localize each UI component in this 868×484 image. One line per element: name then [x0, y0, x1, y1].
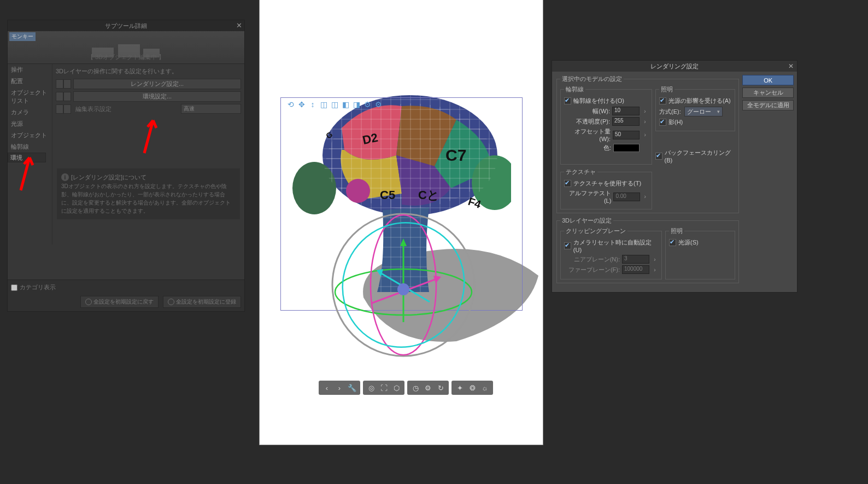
- ok-button[interactable]: OK: [742, 75, 794, 85]
- svg-marker-21: [433, 276, 441, 283]
- svg-marker-23: [377, 269, 383, 277]
- cat-light[interactable]: 光源: [8, 118, 52, 130]
- light-s-checkbox[interactable]: 光源(S): [669, 238, 731, 247]
- width-input[interactable]: 10: [612, 107, 640, 115]
- cat-objlist[interactable]: オブジェクトリスト: [8, 87, 52, 107]
- layer-settings-legend: 3Dレイヤーの設定: [560, 217, 613, 225]
- cube-icon[interactable]: ◫: [330, 100, 339, 109]
- alphatest-input[interactable]: 0.00: [613, 193, 640, 201]
- width-label: 幅(W):: [593, 107, 610, 115]
- cancel-button[interactable]: キャンセル: [742, 88, 794, 98]
- light-enable-checkbox[interactable]: 光源の影響を受ける(A): [659, 97, 731, 105]
- chevron-right-icon[interactable]: ›: [652, 255, 658, 264]
- camera-icon[interactable]: ◎: [366, 382, 377, 393]
- cat-outline[interactable]: 輪郭線: [8, 141, 52, 153]
- close-icon[interactable]: ✕: [788, 62, 794, 70]
- method-label: 方式(E):: [659, 108, 681, 116]
- opacity-input[interactable]: 255: [612, 117, 640, 126]
- layer-settings-group: 3Dレイヤーの設定 クリッピングプレーン カメラリセット時に自動設定(U) ニア…: [556, 217, 739, 283]
- method-select[interactable]: グーロー▾: [684, 107, 723, 116]
- rotate-icon[interactable]: ⟲: [286, 100, 296, 109]
- toggle-icon[interactable]: [63, 92, 71, 101]
- cat-haichi[interactable]: 配置: [8, 75, 52, 87]
- cat-object[interactable]: オブジェクト: [8, 130, 52, 141]
- help-body: 3Dオブジェクトの表示のされ方を設定します。テクスチャの色や陰影、輪郭線がおかし…: [61, 182, 236, 215]
- dialog-title: レンダリング設定: [650, 62, 699, 71]
- svg-point-24: [397, 283, 409, 295]
- help-title: [レンダリング設定]について: [71, 173, 146, 182]
- env-settings-button[interactable]: 環境設定...: [73, 91, 241, 102]
- color-swatch[interactable]: [613, 144, 640, 152]
- fit-icon[interactable]: ⛶: [378, 382, 389, 393]
- gear-icon[interactable]: ⚙: [423, 382, 433, 393]
- chevron-down-icon: ▾: [717, 109, 720, 114]
- light-icon[interactable]: ☼: [479, 382, 490, 393]
- bottom-toolbar: ‹ › 🔧 ◎ ⛶ ⬡ ◷ ⚙ ↻ ✦ ❂ ☼: [319, 381, 493, 395]
- loop-icon[interactable]: ↻: [435, 382, 446, 393]
- gear-icon[interactable]: ⚙: [373, 100, 383, 109]
- clipping-group: クリッピングプレーン カメラリセット時に自動設定(U) ニアプレーン(N): 3…: [560, 227, 662, 279]
- layer-light-group: 照明 光源(S): [665, 227, 735, 279]
- near-input[interactable]: 3: [622, 255, 649, 264]
- chevron-right-icon[interactable]: ›: [642, 131, 648, 139]
- subtool-title: サブツール詳細: [105, 22, 147, 30]
- shadow-checkbox[interactable]: 影(H): [659, 118, 731, 126]
- canvas[interactable]: D2 C7 C5 Cと F4 G ⟲ ✥ ↕ ◫ ◫ ◧: [259, 0, 543, 445]
- subtool-header-text: 【 3Dオブジェクト編集中 】: [8, 53, 244, 61]
- next-icon[interactable]: ›: [334, 382, 345, 393]
- chevron-right-icon[interactable]: ›: [652, 265, 658, 274]
- subtool-desc: 3Dレイヤーの操作に関する設定を行います。: [56, 67, 241, 75]
- subtool-header: モンキー 【 3Dオブジェクト編集中 】: [8, 31, 244, 64]
- cube-icon[interactable]: ◧: [341, 100, 350, 109]
- cube-icon[interactable]: ⬡: [391, 382, 402, 393]
- manipulator[interactable]: [329, 210, 479, 360]
- quality-select[interactable]: 高速: [181, 104, 241, 114]
- alphatest-label: アルファテスト(L): [564, 189, 611, 204]
- rendering-settings-button[interactable]: レンダリング設定...: [73, 79, 241, 89]
- cat-camera[interactable]: カメラ: [8, 107, 52, 118]
- use-texture-checkbox[interactable]: テクスチャを使用する(T): [564, 179, 648, 188]
- subtool-titlebar: サブツール詳細 ✕: [8, 20, 244, 31]
- color-label: 色:: [603, 144, 611, 152]
- prev-icon[interactable]: ‹: [321, 382, 332, 393]
- clock-icon[interactable]: ◷: [410, 382, 421, 393]
- close-icon[interactable]: ✕: [236, 21, 242, 30]
- wrench-icon[interactable]: 🔧: [347, 382, 357, 393]
- chevron-right-icon[interactable]: ›: [642, 117, 648, 126]
- chevron-right-icon[interactable]: ›: [642, 193, 648, 201]
- info-icon: i: [61, 173, 69, 181]
- light-icon[interactable]: ✦: [454, 382, 465, 393]
- model-settings-legend: 選択中のモデルの設定: [560, 75, 624, 83]
- offset-input[interactable]: 50: [613, 131, 640, 139]
- outline-enable-checkbox[interactable]: 輪郭線を付ける(O): [564, 97, 648, 105]
- save-all-button[interactable]: 全設定を初期設定に登録: [163, 296, 241, 308]
- opacity-label: 不透明度(P):: [576, 118, 610, 126]
- toggle-icon[interactable]: [63, 104, 71, 114]
- move-icon[interactable]: ✥: [297, 100, 307, 109]
- toggle-icon[interactable]: [56, 79, 63, 89]
- light-icon[interactable]: ❂: [467, 382, 478, 393]
- updown-icon[interactable]: ↕: [308, 100, 318, 109]
- viewport-toolbar: ⟲ ✥ ↕ ◫ ◫ ◧ ◨ ⚙ ⚙: [286, 100, 383, 109]
- cube-icon[interactable]: ◨: [351, 100, 361, 109]
- apply-all-button[interactable]: 全モデルに適用: [742, 100, 794, 110]
- lighting-group: 照明 光源の影響を受ける(A) 方式(E): グーロー▾: [655, 85, 735, 131]
- toggle-icon[interactable]: [63, 79, 71, 89]
- reset-all-button[interactable]: 全設定を初期設定に戻す: [80, 296, 159, 308]
- toggle-icon[interactable]: [56, 92, 63, 101]
- category-display-checkbox[interactable]: カテゴリ表示: [11, 283, 241, 291]
- chevron-right-icon[interactable]: ›: [642, 107, 648, 115]
- auto-set-checkbox[interactable]: カメラリセット時に自動設定(U): [564, 238, 658, 253]
- cat-environment[interactable]: 環境: [8, 153, 46, 162]
- offset-label: オフセット量(W):: [564, 127, 611, 142]
- backface-culling-checkbox[interactable]: バックフェースカリング(B): [655, 149, 735, 164]
- gear-icon[interactable]: ⚙: [362, 100, 372, 109]
- subtool-tag: モンキー: [9, 32, 36, 41]
- svg-marker-19: [400, 238, 407, 246]
- toggle-icon[interactable]: [56, 104, 63, 114]
- cat-sousa[interactable]: 操作: [8, 64, 52, 75]
- cube-icon[interactable]: ◫: [319, 100, 329, 109]
- lighting-legend: 照明: [659, 85, 675, 94]
- dialog-titlebar: レンダリング設定 ✕: [552, 61, 797, 72]
- far-input[interactable]: 100000: [622, 265, 649, 274]
